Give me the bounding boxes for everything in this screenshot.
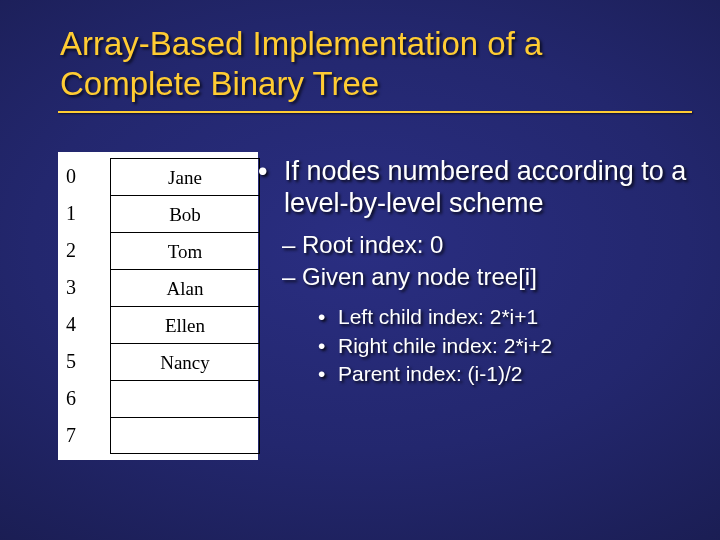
array-index: 2 bbox=[66, 232, 92, 269]
array-index: 1 bbox=[66, 195, 92, 232]
array-cell: Alan bbox=[110, 269, 260, 306]
array-index: 0 bbox=[66, 158, 92, 195]
array-index: 5 bbox=[66, 343, 92, 380]
array-cell: Jane bbox=[110, 158, 260, 195]
array-cell: Nancy bbox=[110, 343, 260, 380]
bullet-level-2: Given any node tree[i] bbox=[282, 262, 690, 292]
array-cell bbox=[110, 380, 260, 417]
array-cell bbox=[110, 417, 260, 454]
array-index: 4 bbox=[66, 306, 92, 343]
array-cell: Bob bbox=[110, 195, 260, 232]
array-index: 7 bbox=[66, 417, 92, 454]
slide: Array-Based Implementation of a Complete… bbox=[0, 0, 720, 540]
bullet-level-3: Right chile index: 2*i+2 bbox=[318, 333, 690, 360]
spacer bbox=[258, 294, 690, 302]
array-index: 6 bbox=[66, 380, 92, 417]
title-line-1: Array-Based Implementation of a bbox=[60, 25, 542, 62]
bullet-level-1: If nodes numbered according to a level-b… bbox=[258, 156, 690, 220]
bullet-level-3: Parent index: (i-1)/2 bbox=[318, 361, 690, 388]
slide-body: 0 Jane 1 Bob 2 Tom 3 Alan 4 Ellen 5 Nanc… bbox=[0, 152, 720, 460]
title-underline bbox=[58, 111, 692, 113]
slide-title: Array-Based Implementation of a Complete… bbox=[0, 0, 720, 109]
array-cell: Tom bbox=[110, 232, 260, 269]
array-table-wrap: 0 Jane 1 Bob 2 Tom 3 Alan 4 Ellen 5 Nanc… bbox=[0, 152, 258, 460]
array-index: 3 bbox=[66, 269, 92, 306]
title-line-2: Complete Binary Tree bbox=[60, 65, 379, 102]
array-cell: Ellen bbox=[110, 306, 260, 343]
array-table: 0 Jane 1 Bob 2 Tom 3 Alan 4 Ellen 5 Nanc… bbox=[58, 152, 258, 460]
bullet-level-3: Left child index: 2*i+1 bbox=[318, 304, 690, 331]
bullet-content: If nodes numbered according to a level-b… bbox=[258, 152, 720, 460]
bullet-level-2: Root index: 0 bbox=[282, 230, 690, 260]
